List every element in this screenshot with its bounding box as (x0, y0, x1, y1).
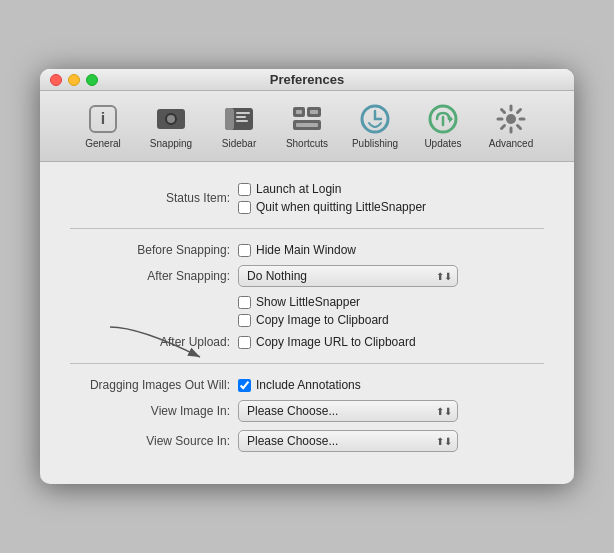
tab-publishing-label: Publishing (352, 138, 398, 149)
show-ls-row: Show LittleSnapper (238, 295, 360, 309)
copy-image-checkbox[interactable] (238, 314, 251, 327)
view-image-row: View Image In: Please Choose... ⬆⬇ (70, 400, 544, 422)
svg-rect-1 (225, 108, 234, 130)
snapping-icon (155, 103, 187, 135)
copy-image-label: Copy Image to Clipboard (256, 313, 389, 327)
status-item-label: Status Item: (70, 191, 230, 205)
status-item-row: Status Item: Launch at Login Quit when q… (70, 182, 544, 214)
after-upload-row: After Upload: Copy Image URL to Clipboar… (70, 335, 544, 349)
show-copy-row: Show LittleSnapper Copy Image to Clipboa… (70, 295, 544, 327)
quit-quitting-row: Quit when quitting LittleSnapper (238, 200, 426, 214)
view-source-select[interactable]: Please Choose... (238, 430, 458, 452)
svg-rect-2 (236, 112, 250, 114)
tab-sidebar-label: Sidebar (222, 138, 256, 149)
general-icon: i (87, 103, 119, 135)
close-button[interactable] (50, 74, 62, 86)
after-snapping-select[interactable]: Do Nothing (238, 265, 458, 287)
dragging-row: Dragging Images Out Will: Include Annota… (70, 378, 544, 392)
after-snapping-row: After Snapping: Do Nothing ⬆⬇ (70, 265, 544, 287)
svg-line-23 (502, 126, 505, 129)
svg-rect-10 (296, 123, 318, 127)
tab-sidebar[interactable]: Sidebar (207, 99, 271, 153)
after-snapping-label: After Snapping: (70, 269, 230, 283)
dragging-content: Include Annotations (238, 378, 361, 392)
divider-2 (70, 363, 544, 364)
view-image-content: Please Choose... ⬆⬇ (238, 400, 458, 422)
include-annotations-label: Include Annotations (256, 378, 361, 392)
toolbar: i General Snapping Sidebar (40, 91, 574, 162)
copy-image-row: Copy Image to Clipboard (238, 313, 389, 327)
after-upload-content: Copy Image URL to Clipboard (238, 335, 416, 349)
window-title: Preferences (270, 72, 344, 87)
status-item-content: Launch at Login Quit when quitting Littl… (238, 182, 426, 214)
quit-quitting-checkbox[interactable] (238, 201, 251, 214)
tab-advanced[interactable]: Advanced (479, 99, 543, 153)
tab-general[interactable]: i General (71, 99, 135, 153)
launch-login-row: Launch at Login (238, 182, 341, 196)
shortcuts-icon (291, 103, 323, 135)
minimize-button[interactable] (68, 74, 80, 86)
tab-general-label: General (85, 138, 121, 149)
tab-shortcuts-label: Shortcuts (286, 138, 328, 149)
after-snapping-select-wrapper: Do Nothing ⬆⬇ (238, 265, 458, 287)
titlebar: Preferences (40, 69, 574, 91)
tab-publishing[interactable]: Publishing (343, 99, 407, 153)
tab-advanced-label: Advanced (489, 138, 533, 149)
include-annotations-row: Include Annotations (238, 378, 361, 392)
content-area: Status Item: Launch at Login Quit when q… (40, 162, 574, 484)
tab-updates[interactable]: Updates (411, 99, 475, 153)
before-snapping-row: Before Snapping: Hide Main Window (70, 243, 544, 257)
svg-rect-3 (236, 116, 246, 118)
updates-icon (427, 103, 459, 135)
publishing-icon (359, 103, 391, 135)
svg-rect-4 (236, 120, 248, 122)
maximize-button[interactable] (86, 74, 98, 86)
svg-marker-13 (449, 115, 453, 123)
view-source-select-wrapper: Please Choose... ⬆⬇ (238, 430, 458, 452)
copy-url-label: Copy Image URL to Clipboard (256, 335, 416, 349)
after-upload-label: After Upload: (70, 335, 230, 349)
show-copy-content: Show LittleSnapper Copy Image to Clipboa… (238, 295, 389, 327)
before-snapping-content: Hide Main Window (238, 243, 356, 257)
traffic-lights (50, 74, 98, 86)
tab-snapping-label: Snapping (150, 138, 192, 149)
show-ls-checkbox[interactable] (238, 296, 251, 309)
view-source-content: Please Choose... ⬆⬇ (238, 430, 458, 452)
show-ls-label: Show LittleSnapper (256, 295, 360, 309)
sidebar-icon (223, 103, 255, 135)
launch-login-label: Launch at Login (256, 182, 341, 196)
hide-main-checkbox[interactable] (238, 244, 251, 257)
hide-main-label: Hide Main Window (256, 243, 356, 257)
svg-line-21 (518, 126, 521, 129)
view-image-label: View Image In: (70, 404, 230, 418)
before-snapping-label: Before Snapping: (70, 243, 230, 257)
preferences-window: Preferences i General Snapping (40, 69, 574, 484)
hide-main-row: Hide Main Window (238, 243, 356, 257)
launch-login-checkbox[interactable] (238, 183, 251, 196)
divider-1 (70, 228, 544, 229)
after-snapping-content: Do Nothing ⬆⬇ (238, 265, 458, 287)
after-upload-container: After Upload: Copy Image URL to Clipboar… (70, 335, 544, 349)
view-image-select[interactable]: Please Choose... (238, 400, 458, 422)
dragging-label: Dragging Images Out Will: (70, 378, 230, 392)
copy-url-checkbox[interactable] (238, 336, 251, 349)
svg-rect-8 (296, 110, 302, 114)
tab-snapping[interactable]: Snapping (139, 99, 203, 153)
tab-updates-label: Updates (424, 138, 461, 149)
quit-quitting-label: Quit when quitting LittleSnapper (256, 200, 426, 214)
svg-rect-9 (310, 110, 318, 114)
svg-point-15 (506, 114, 516, 124)
view-source-label: View Source In: (70, 434, 230, 448)
tab-shortcuts[interactable]: Shortcuts (275, 99, 339, 153)
view-source-row: View Source In: Please Choose... ⬆⬇ (70, 430, 544, 452)
copy-url-row: Copy Image URL to Clipboard (238, 335, 416, 349)
svg-line-22 (518, 110, 521, 113)
view-image-select-wrapper: Please Choose... ⬆⬇ (238, 400, 458, 422)
include-annotations-checkbox[interactable] (238, 379, 251, 392)
advanced-icon (495, 103, 527, 135)
svg-line-20 (502, 110, 505, 113)
